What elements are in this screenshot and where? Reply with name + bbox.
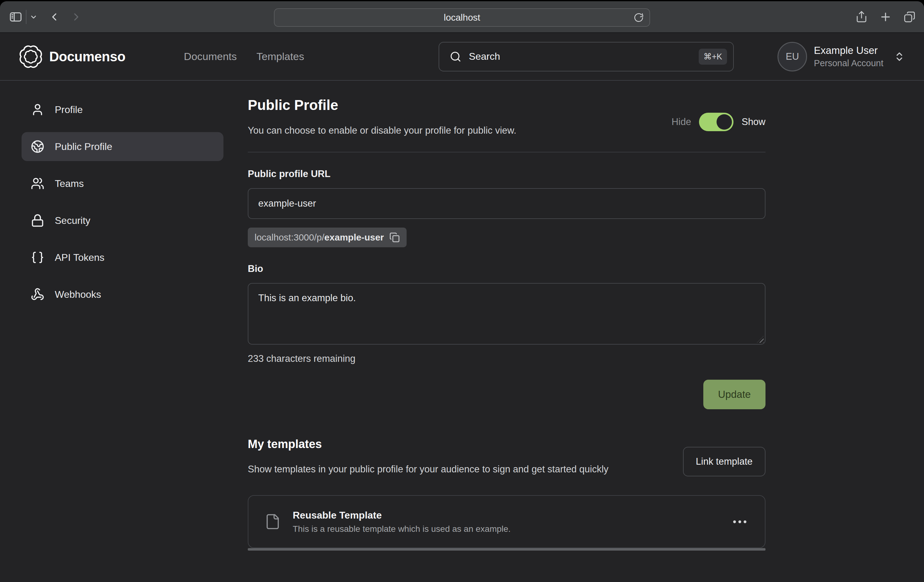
sidebar-item-profile[interactable]: Profile	[21, 95, 223, 124]
browser-window: localhost	[0, 1, 924, 582]
public-profile-settings: Public Profile You can choose to enable …	[248, 81, 766, 582]
search-shortcut-badge: ⌘+K	[699, 49, 727, 64]
sidebar-label: API Tokens	[55, 252, 104, 263]
settings-sidebar: Profile Public Profile Teams Security	[0, 81, 248, 582]
profile-link-text: localhost:3000/p/example-user	[254, 232, 384, 243]
more-options-button[interactable]	[733, 521, 746, 523]
sidebar-item-public-profile[interactable]: Public Profile	[21, 132, 223, 161]
chevron-down-icon[interactable]	[30, 13, 37, 20]
toggle-show-label: Show	[741, 116, 766, 127]
public-profile-url-input[interactable]	[248, 188, 766, 219]
nav-templates[interactable]: Templates	[256, 51, 304, 63]
my-templates-title: My templates	[248, 438, 609, 451]
reload-icon[interactable]	[634, 12, 644, 23]
update-button[interactable]: Update	[703, 380, 766, 409]
chevrons-up-down-icon	[894, 51, 905, 62]
profile-visibility-toggle-row: Hide Show	[672, 107, 766, 137]
webhook-icon	[31, 288, 45, 301]
sidebar-toggle-icon[interactable]	[8, 10, 23, 24]
user-name: Example User	[814, 45, 883, 56]
sidebar-label: Teams	[55, 178, 84, 189]
avatar: EU	[777, 42, 807, 71]
bio-field-label: Bio	[248, 263, 766, 274]
address-bar[interactable]: localhost	[274, 8, 650, 27]
page-description: You can choose to enable or disable your…	[248, 124, 516, 137]
toggle-knob	[716, 114, 732, 130]
bio-textarea[interactable]: This is an example bio.	[248, 283, 766, 345]
back-button[interactable]	[49, 12, 60, 22]
users-icon	[31, 177, 45, 190]
card-bottom-shadow	[248, 548, 766, 551]
share-icon[interactable]	[855, 10, 868, 23]
screen: localhost	[0, 0, 924, 582]
page-title: Public Profile	[248, 97, 516, 114]
user-texts: Example User Personal Account	[814, 45, 883, 68]
tab-overview-icon[interactable]	[903, 10, 916, 23]
resize-handle[interactable]	[757, 336, 764, 343]
new-tab-icon[interactable]	[879, 10, 892, 23]
browser-toolbar: localhost	[0, 1, 924, 33]
user-account-type: Personal Account	[814, 58, 883, 68]
search-input[interactable]: Search ⌘+K	[439, 42, 734, 71]
template-subtitle: This is a reusable template which is use…	[293, 524, 733, 534]
toolbar-divider	[26, 10, 26, 24]
top-nav: Documents Templates	[184, 51, 304, 63]
globe-icon	[31, 140, 45, 153]
url-field-label: Public profile URL	[248, 169, 766, 180]
search-placeholder: Search	[469, 51, 698, 62]
forward-button[interactable]	[71, 12, 81, 22]
search-icon	[450, 51, 461, 63]
user-menu[interactable]: EU Example User Personal Account	[777, 42, 905, 71]
link-template-button[interactable]: Link template	[683, 447, 766, 476]
sidebar-item-security[interactable]: Security	[21, 206, 223, 235]
sidebar-label: Public Profile	[55, 141, 112, 152]
sidebar-label: Profile	[55, 104, 83, 116]
user-icon	[31, 103, 45, 116]
toggle-hide-label: Hide	[672, 116, 691, 127]
bio-value: This is an example bio.	[258, 292, 755, 304]
sidebar-item-api-tokens[interactable]: API Tokens	[21, 243, 223, 272]
lock-icon	[31, 214, 45, 227]
braces-icon	[31, 251, 45, 264]
sidebar-label: Security	[55, 215, 91, 227]
template-card-texts: Reusable Template This is a reusable tem…	[293, 510, 733, 534]
documenso-logo-icon	[19, 45, 43, 68]
profile-visibility-toggle[interactable]	[699, 113, 733, 131]
nav-documents[interactable]: Documents	[184, 51, 237, 63]
documenso-logo[interactable]: Documenso	[19, 45, 125, 68]
toolbar-left-group	[8, 1, 81, 32]
brand-name: Documenso	[49, 49, 125, 64]
divider	[248, 152, 766, 152]
characters-remaining: 233 characters remaining	[248, 353, 766, 364]
template-card[interactable]: Reusable Template This is a reusable tem…	[248, 495, 766, 548]
toolbar-right-group	[855, 1, 916, 32]
file-icon	[264, 511, 281, 532]
sidebar-item-webhooks[interactable]: Webhooks	[21, 280, 223, 309]
template-title: Reusable Template	[293, 510, 733, 521]
sidebar-label: Webhooks	[55, 289, 101, 300]
app-header: Documenso Documents Templates Search ⌘+K…	[0, 33, 924, 81]
app-body: Profile Public Profile Teams Security	[0, 81, 924, 582]
address-bar-url: localhost	[444, 12, 480, 23]
profile-link-pill: localhost:3000/p/example-user	[248, 228, 407, 247]
copy-icon[interactable]	[389, 232, 400, 243]
sidebar-item-teams[interactable]: Teams	[21, 169, 223, 198]
my-templates-description: Show templates in your public profile fo…	[248, 462, 609, 477]
